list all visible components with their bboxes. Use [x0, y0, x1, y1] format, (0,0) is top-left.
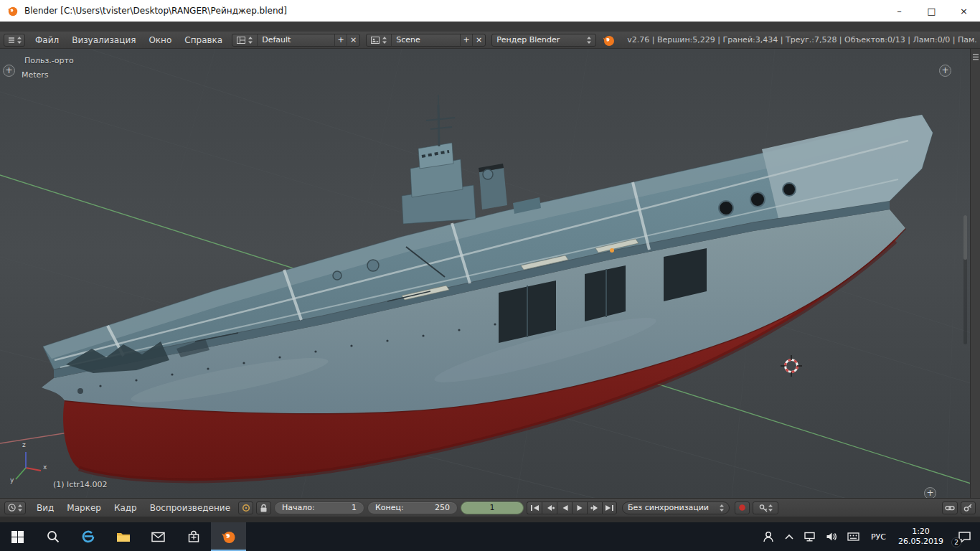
file-explorer-button[interactable] [105, 522, 141, 551]
stern-deck-patch [762, 115, 933, 218]
minimize-button[interactable]: – [883, 0, 915, 22]
screen-layout-name[interactable]: Default [258, 34, 335, 46]
key-cut-icon [963, 504, 973, 512]
mail-icon [151, 532, 165, 542]
frame-end-field[interactable]: Конец: 250 [367, 501, 458, 514]
frame-start-field[interactable]: Начало: 1 [274, 501, 364, 514]
properties-expand-button[interactable]: + [939, 65, 951, 77]
scene-name[interactable]: Scene [392, 34, 461, 46]
chain-link-icon [945, 504, 955, 512]
menu-render[interactable]: Визуализация [66, 35, 141, 45]
timeline-menu-playback[interactable]: Воспроизведение [145, 503, 235, 513]
mail-button[interactable] [141, 522, 176, 551]
timeline-menu-marker[interactable]: Маркер [62, 503, 106, 513]
window-edge [0, 517, 980, 522]
folder-icon [116, 531, 131, 543]
volume-icon [826, 532, 837, 542]
timeline-menu-frame[interactable]: Кадр [109, 503, 142, 513]
viewport-scrollbar[interactable] [963, 215, 967, 344]
maximize-icon: □ [927, 6, 936, 17]
preview-range-toggle[interactable] [238, 501, 253, 514]
action-center-button[interactable]: 2 [949, 522, 980, 551]
search-icon [47, 530, 60, 543]
scene-stats: v2.76 | Вершин:5,229 | Граней:3,434 | Тр… [627, 35, 976, 44]
lock-toggle[interactable] [256, 501, 271, 514]
scene-icon [371, 37, 380, 44]
render-engine-select[interactable]: Рендер Blender [491, 34, 596, 47]
auto-keyframe-record-button[interactable] [735, 501, 750, 514]
region-expand-button[interactable]: + [924, 487, 936, 498]
info-header: Файл Визуализация Окно Справка Default +… [0, 32, 980, 49]
jump-to-start-button[interactable] [527, 501, 542, 514]
windows-logo-icon [11, 531, 24, 543]
play-reverse-button[interactable] [557, 501, 572, 514]
chevron-updown-icon [17, 37, 22, 44]
edge-button[interactable] [70, 522, 105, 551]
jump-to-end-button[interactable] [602, 501, 617, 514]
scrollbar-thumb[interactable] [963, 215, 967, 260]
scene-browse-button[interactable] [367, 34, 392, 46]
menu-help[interactable]: Справка [179, 35, 228, 45]
timeline-menu-view[interactable]: Вид [32, 503, 59, 513]
add-scene-button[interactable]: + [461, 34, 473, 46]
people-icon [762, 531, 775, 542]
store-button[interactable] [176, 522, 211, 551]
chevron-updown-icon [768, 504, 773, 512]
keyboard-icon [847, 532, 859, 541]
current-frame-field[interactable]: 1 [461, 501, 524, 514]
touch-keyboard-button[interactable] [842, 522, 864, 551]
blender-window: Blender [C:\Users\tvister\Desktop\RANGER… [0, 0, 980, 551]
panel-lines-icon [972, 53, 979, 62]
object-origin-dot [610, 248, 614, 253]
clock[interactable]: 1:20 26.05.2019 [892, 527, 949, 547]
render-engine-value: Рендер Blender [496, 35, 560, 44]
volume-button[interactable] [821, 522, 842, 551]
language-indicator[interactable]: РУС [864, 522, 892, 551]
edge-icon [81, 529, 95, 544]
menu-window[interactable]: Окно [143, 35, 177, 45]
sync-mode-select[interactable]: Без синхронизации [622, 501, 730, 514]
frame-start-value: 1 [352, 503, 357, 512]
units-label: Meters [22, 70, 49, 80]
people-button[interactable] [757, 522, 780, 551]
search-button[interactable] [35, 522, 70, 551]
frame-end-value: 250 [435, 503, 450, 512]
delete-layout-button[interactable]: × [347, 34, 359, 46]
show-hidden-icons-button[interactable] [780, 522, 798, 551]
scene-canvas [0, 49, 980, 498]
blender-taskbar-button[interactable] [211, 522, 246, 551]
menu-file[interactable]: Файл [29, 35, 65, 45]
timeline-editor-type-button[interactable] [4, 501, 26, 514]
chevron-updown-icon [587, 37, 591, 44]
collapsed-panel-strip[interactable] [970, 49, 980, 498]
ship-model[interactable] [42, 95, 933, 481]
play-reverse-icon [561, 504, 569, 512]
screen-layout-selector: Default + × [232, 34, 360, 47]
minimize-icon: – [897, 6, 902, 17]
network-button[interactable] [798, 522, 821, 551]
play-icon [576, 504, 584, 512]
title-bar: Blender [C:\Users\tvister\Desktop\RANGER… [0, 0, 980, 22]
island-superstructure [402, 95, 541, 224]
3d-viewport[interactable]: Польз.-орто Meters (1) lctr14.002 x y z … [0, 49, 980, 498]
notification-badge: 2 [951, 537, 961, 547]
delete-keyframe-button[interactable] [961, 501, 976, 514]
prev-keyframe-button[interactable] [542, 501, 557, 514]
add-layout-button[interactable]: + [335, 34, 347, 46]
next-keyframe-button[interactable] [587, 501, 602, 514]
axis-z-label: z [22, 441, 26, 448]
maximize-button[interactable]: □ [915, 0, 948, 22]
toolshelf-expand-button[interactable]: + [3, 65, 15, 77]
delete-scene-button[interactable]: × [473, 34, 485, 46]
keying-set-select[interactable] [753, 501, 778, 514]
start-button[interactable] [0, 522, 35, 551]
play-button[interactable] [572, 501, 587, 514]
screen-layout-browse-button[interactable] [232, 34, 258, 46]
editor-type-button[interactable] [4, 34, 25, 47]
window-controls: – □ × [883, 0, 980, 22]
store-bag-icon [187, 530, 200, 543]
close-button[interactable]: × [948, 0, 980, 22]
network-icon [804, 532, 816, 542]
insert-keyframe-button[interactable] [942, 501, 958, 514]
prev-keyframe-icon [545, 504, 555, 512]
